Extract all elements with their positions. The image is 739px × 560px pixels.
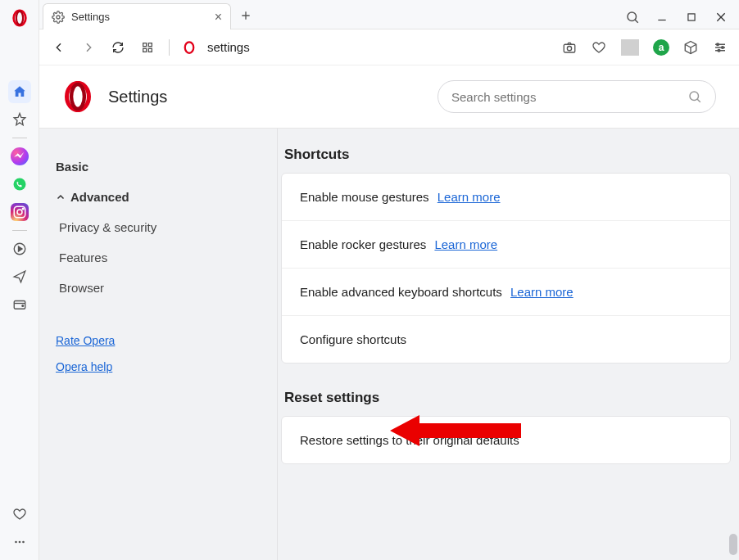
svg-point-21 — [567, 46, 571, 50]
nav-privacy[interactable]: Privacy & security — [56, 212, 261, 242]
sidebar-divider — [12, 138, 27, 138]
tab-settings[interactable]: Settings × — [43, 3, 231, 29]
camera-icon[interactable] — [560, 38, 578, 56]
opera-help-link[interactable]: Opera help — [56, 360, 112, 373]
svg-point-13 — [628, 12, 637, 21]
svg-point-27 — [690, 92, 699, 101]
cube-icon[interactable] — [682, 38, 700, 56]
row-rocker-gestures[interactable]: Enable rocker gestures Learn more — [282, 221, 730, 269]
address-input[interactable] — [207, 40, 371, 54]
svg-point-2 — [13, 178, 25, 191]
row-keyboard-shortcuts[interactable]: Enable advanced keyboard shortcuts Learn… — [282, 269, 730, 316]
reset-card: Restore settings to their original defau… — [281, 416, 731, 464]
svg-rect-20 — [564, 44, 575, 52]
rate-opera-link[interactable]: Rate Opera — [56, 334, 115, 347]
settings-search[interactable] — [438, 80, 716, 113]
easy-setup-icon[interactable] — [711, 38, 729, 56]
nav-browser[interactable]: Browser — [56, 273, 261, 303]
svg-point-26 — [71, 84, 84, 109]
mouse-gestures-label: Enable mouse gestures — [300, 190, 429, 204]
messenger-icon[interactable] — [8, 145, 31, 168]
row-restore-defaults[interactable]: Restore settings to their original defau… — [282, 417, 730, 463]
row-mouse-gestures[interactable]: Enable mouse gestures Learn more — [282, 174, 730, 221]
learn-more-link[interactable]: Learn more — [438, 190, 501, 204]
maximize-icon[interactable] — [683, 9, 700, 25]
configure-shortcuts-label: Configure shortcuts — [300, 332, 406, 346]
svg-point-24 — [718, 49, 720, 52]
new-tab-button[interactable] — [234, 4, 257, 27]
svg-point-10 — [18, 541, 20, 544]
svg-point-19 — [185, 42, 194, 53]
settings-content: Basic Advanced Privacy & security Featur… — [39, 128, 739, 560]
sidebar-rail — [0, 0, 39, 560]
nav-rate-opera[interactable]: Rate Opera — [56, 327, 261, 354]
divider — [169, 39, 170, 56]
svg-rect-14 — [688, 14, 695, 20]
speed-dial-icon[interactable] — [138, 38, 157, 57]
nav-advanced[interactable]: Advanced — [56, 182, 261, 212]
svg-point-23 — [722, 46, 724, 48]
restore-defaults-label: Restore settings to their original defau… — [300, 433, 519, 447]
search-icon[interactable] — [624, 9, 641, 25]
home-icon[interactable] — [8, 80, 31, 103]
extension-badge[interactable]: a — [652, 38, 670, 56]
search-settings-input[interactable] — [451, 90, 687, 104]
opera-logo-icon[interactable] — [8, 7, 31, 29]
section-shortcuts-title: Shortcuts — [278, 143, 731, 173]
bookmark-star-icon[interactable] — [8, 108, 31, 131]
back-button[interactable] — [49, 38, 69, 57]
heart-icon[interactable] — [8, 503, 31, 526]
settings-body: Shortcuts Enable mouse gestures Learn mo… — [277, 129, 739, 560]
play-circle-icon[interactable] — [8, 237, 31, 260]
keyboard-shortcuts-label: Enable advanced keyboard shortcuts — [300, 285, 502, 299]
opera-icon — [181, 39, 197, 56]
nav-features[interactable]: Features — [56, 242, 261, 273]
rocker-gestures-label: Enable rocker gestures — [300, 237, 426, 251]
instagram-icon[interactable] — [8, 201, 31, 224]
svg-point-4 — [17, 210, 22, 215]
gear-icon — [52, 11, 65, 24]
page-title: Settings — [108, 88, 167, 106]
settings-nav: Basic Advanced Privacy & security Featur… — [39, 129, 277, 560]
svg-rect-18 — [148, 48, 152, 52]
learn-more-link[interactable]: Learn more — [510, 285, 574, 299]
scrollbar-thumb[interactable] — [729, 534, 737, 555]
close-tab-icon[interactable]: × — [215, 10, 222, 25]
divider — [621, 39, 639, 56]
minimize-icon[interactable] — [654, 9, 670, 25]
nav-basic[interactable]: Basic — [56, 151, 261, 182]
reload-button[interactable] — [108, 38, 128, 57]
close-window-icon[interactable] — [713, 9, 729, 25]
svg-point-5 — [22, 208, 24, 210]
sidebar-divider — [12, 230, 27, 231]
svg-rect-16 — [148, 43, 152, 46]
svg-point-1 — [16, 11, 22, 25]
svg-rect-15 — [143, 43, 147, 46]
heart-outline-icon[interactable] — [590, 38, 608, 56]
tab-bar: Settings × — [39, 0, 739, 29]
send-icon[interactable] — [8, 265, 31, 288]
whatsapp-icon[interactable] — [8, 173, 31, 196]
wallet-icon[interactable] — [8, 293, 31, 316]
learn-more-link[interactable]: Learn more — [434, 237, 497, 251]
svg-rect-17 — [143, 48, 147, 52]
svg-point-8 — [21, 305, 23, 307]
svg-point-11 — [22, 541, 25, 544]
nav-advanced-label: Advanced — [70, 190, 129, 204]
search-icon — [687, 89, 702, 104]
address-bar: a — [39, 29, 739, 65]
tab-title: Settings — [71, 11, 208, 23]
row-configure-shortcuts[interactable]: Configure shortcuts — [282, 316, 730, 363]
svg-point-22 — [717, 43, 719, 45]
svg-point-12 — [57, 16, 60, 19]
svg-point-9 — [15, 541, 17, 544]
section-reset-title: Reset settings — [278, 370, 731, 416]
nav-opera-help[interactable]: Opera help — [56, 354, 261, 380]
more-menu-icon[interactable] — [8, 531, 31, 553]
settings-header: Settings — [39, 65, 739, 128]
shortcuts-card: Enable mouse gestures Learn more Enable … — [281, 173, 731, 364]
chevron-up-icon — [56, 192, 66, 202]
opera-logo-icon — [62, 81, 93, 112]
forward-button[interactable] — [79, 38, 98, 57]
